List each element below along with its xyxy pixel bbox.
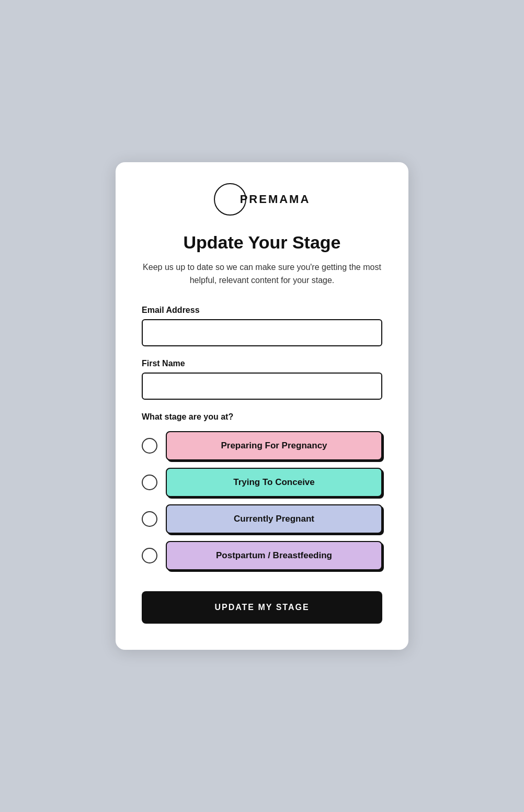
first-name-group: First Name <box>142 359 382 400</box>
stage-options: Preparing For Pregnancy Trying To Concei… <box>142 431 382 570</box>
logo-text: PREMAMA <box>240 193 311 206</box>
logo-container: PREMAMA <box>142 183 382 216</box>
page-title: Update Your Stage <box>142 232 382 253</box>
email-input[interactable] <box>142 319 382 346</box>
stage-option-trying[interactable]: Trying To Conceive <box>142 468 382 497</box>
stage-option-pregnant[interactable]: Currently Pregnant <box>142 504 382 534</box>
main-card: PREMAMA Update Your Stage Keep us up to … <box>116 162 408 650</box>
stage-option-postpartum[interactable]: Postpartum / Breastfeeding <box>142 541 382 570</box>
first-name-label: First Name <box>142 359 382 368</box>
radio-preparing[interactable] <box>142 438 157 454</box>
radio-postpartum[interactable] <box>142 548 157 563</box>
first-name-input[interactable] <box>142 373 382 400</box>
logo: PREMAMA <box>214 183 311 216</box>
radio-pregnant[interactable] <box>142 511 157 527</box>
stage-btn-preparing[interactable]: Preparing For Pregnancy <box>166 431 382 460</box>
stage-option-preparing[interactable]: Preparing For Pregnancy <box>142 431 382 460</box>
stage-btn-trying[interactable]: Trying To Conceive <box>166 468 382 497</box>
email-group: Email Address <box>142 306 382 346</box>
stage-question: What stage are you at? <box>142 412 382 422</box>
submit-button[interactable]: UPDATE MY STAGE <box>142 591 382 624</box>
stage-btn-postpartum[interactable]: Postpartum / Breastfeeding <box>166 541 382 570</box>
page-subtitle: Keep us up to date so we can make sure y… <box>142 261 382 287</box>
stage-btn-pregnant[interactable]: Currently Pregnant <box>166 504 382 534</box>
radio-trying[interactable] <box>142 475 157 490</box>
email-label: Email Address <box>142 306 382 315</box>
